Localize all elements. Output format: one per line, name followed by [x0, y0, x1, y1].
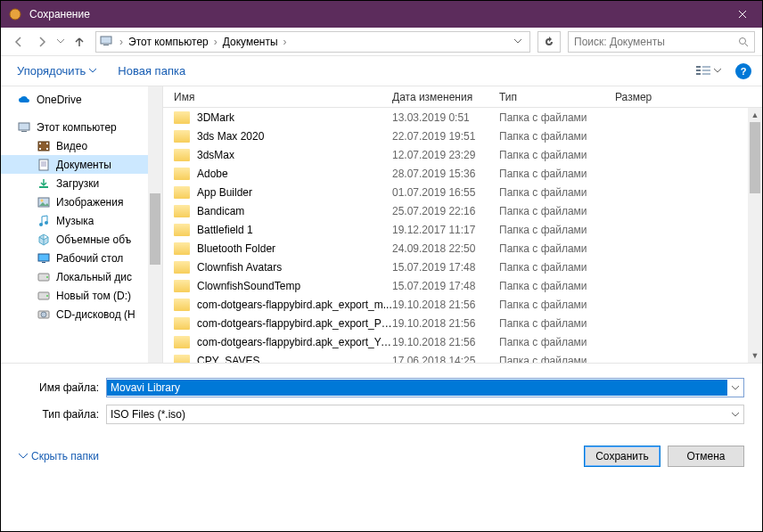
file-list: Имя Дата изменения Тип Размер 3DMark13.0…	[163, 86, 762, 363]
video-icon	[37, 139, 51, 153]
filename-label: Имя файла:	[19, 381, 106, 394]
sidebar: OneDrive Этот компьютер ВидеоДокументыЗа…	[1, 86, 163, 363]
chevron-right-icon: ›	[282, 36, 289, 48]
svg-point-20	[41, 199, 44, 201]
file-row[interactable]: Battlefield 119.12.2017 11:17Папка с фай…	[163, 220, 762, 239]
sidebar-item-9[interactable]: CD-дисковод (H	[1, 305, 162, 323]
sidebar-item-1[interactable]: Документы	[1, 155, 162, 174]
crumb-documents[interactable]: Документы	[219, 34, 282, 50]
view-button[interactable]	[693, 61, 725, 81]
search-input[interactable]: Поиск: Документы	[568, 31, 755, 53]
breadcrumb[interactable]: › Этот компьютер › Документы ›	[95, 31, 530, 53]
scroll-down-icon[interactable]: ▼	[748, 348, 762, 363]
svg-rect-1	[101, 37, 111, 44]
app-icon	[8, 7, 22, 21]
file-row[interactable]: Adobe28.07.2019 15:36Папка с файлами	[163, 164, 762, 183]
window-title: Сохранение	[29, 8, 722, 20]
sidebar-item-6[interactable]: Рабочий стол	[1, 249, 162, 267]
svg-rect-6	[696, 73, 701, 75]
col-name[interactable]: Имя	[174, 91, 392, 103]
cloud-icon	[17, 93, 31, 107]
svg-point-21	[39, 223, 43, 226]
svg-rect-17	[39, 160, 48, 170]
sidebar-scrollbar[interactable]	[148, 86, 162, 363]
folder-icon	[174, 130, 190, 143]
refresh-button[interactable]	[537, 31, 561, 53]
file-row[interactable]: ClownfishSoundTemp15.07.2019 17:48Папка …	[163, 276, 762, 295]
sidebar-item-3[interactable]: Изображения	[1, 192, 162, 211]
svg-point-30	[41, 312, 46, 317]
file-row[interactable]: 3ds Max 202022.07.2019 19:51Папка с файл…	[163, 127, 762, 145]
svg-rect-5	[696, 70, 701, 71]
disk-icon	[37, 270, 51, 284]
filetype-dropdown[interactable]	[727, 413, 743, 417]
form-area: Имя файла: Movavi Library Тип файла: ISO…	[1, 363, 762, 440]
svg-rect-4	[696, 66, 701, 68]
svg-point-3	[740, 37, 746, 44]
col-type[interactable]: Тип	[499, 91, 615, 103]
file-row[interactable]: Bluetooth Folder24.09.2018 22:50Папка с …	[163, 239, 762, 258]
chevron-down-icon	[714, 69, 721, 73]
svg-rect-23	[38, 254, 49, 261]
scroll-up-icon[interactable]: ▲	[748, 108, 762, 122]
svg-point-28	[46, 295, 48, 297]
sidebar-thispc[interactable]: Этот компьютер	[1, 118, 162, 136]
filetype-label: Тип файла:	[19, 408, 106, 421]
svg-point-0	[10, 9, 21, 20]
folder-icon	[174, 224, 190, 236]
sidebar-item-2[interactable]: Загрузки	[1, 174, 162, 192]
sidebar-item-7[interactable]: Локальный дис	[1, 267, 162, 286]
titlebar: Сохранение	[1, 1, 762, 28]
up-button[interactable]	[69, 31, 90, 53]
svg-rect-15	[46, 143, 48, 144]
close-button[interactable]	[722, 1, 762, 28]
folder-icon	[174, 149, 190, 161]
file-row[interactable]: Bandicam25.07.2019 22:16Папка с файлами	[163, 201, 762, 220]
folder-icon	[174, 317, 190, 330]
breadcrumb-dropdown[interactable]	[510, 39, 526, 44]
doc-icon	[37, 158, 51, 172]
search-placeholder: Поиск: Документы	[574, 36, 738, 48]
svg-point-26	[46, 276, 48, 278]
sidebar-item-8[interactable]: Новый том (D:)	[1, 286, 162, 305]
col-size[interactable]: Размер	[615, 91, 677, 103]
file-row[interactable]: com-dotgears-flappybird.apk_export_m...1…	[163, 295, 762, 314]
cancel-button[interactable]: Отмена	[668, 446, 744, 467]
folder-icon	[174, 242, 190, 255]
folder-icon	[174, 336, 190, 348]
sidebar-item-0[interactable]: Видео	[1, 136, 162, 155]
file-row[interactable]: App Builder01.07.2019 16:55Папка с файла…	[163, 183, 762, 201]
back-button[interactable]	[8, 31, 29, 53]
folder-icon	[174, 168, 190, 180]
view-icon	[696, 65, 712, 78]
file-row[interactable]: 3DMark13.03.2019 0:51Папка с файлами	[163, 108, 762, 127]
bottom-bar: Скрыть папки Сохранить Отмена	[1, 440, 762, 479]
forward-button[interactable]	[31, 31, 53, 53]
save-button[interactable]: Сохранить	[584, 446, 660, 467]
newfolder-button[interactable]: Новая папка	[118, 64, 185, 78]
svg-rect-13	[39, 143, 41, 144]
image-icon	[37, 195, 51, 209]
file-row[interactable]: com-dotgears-flappybird.apk_export_Ya...…	[163, 332, 762, 351]
pc-icon	[100, 35, 114, 49]
recent-dropdown[interactable]	[54, 31, 67, 53]
crumb-thispc[interactable]: Этот компьютер	[125, 34, 212, 50]
file-row[interactable]: 3dsMax12.07.2019 23:29Папка с файлами	[163, 145, 762, 164]
file-row[interactable]: Clownfish Avatars15.07.2019 17:48Папка с…	[163, 258, 762, 276]
nav-bar: › Этот компьютер › Документы › Поиск: До…	[1, 28, 762, 56]
organize-button[interactable]: Упорядочить	[12, 61, 102, 81]
help-button[interactable]: ?	[735, 63, 751, 79]
disk-icon	[37, 289, 51, 303]
filename-dropdown[interactable]	[727, 386, 743, 390]
filetype-select[interactable]: ISO Files (*.iso)	[106, 405, 744, 424]
folder-icon	[174, 299, 190, 311]
filelist-scrollbar[interactable]: ▲ ▼	[748, 108, 762, 363]
hide-folders-button[interactable]: Скрыть папки	[19, 450, 99, 462]
col-date[interactable]: Дата изменения	[392, 91, 499, 103]
sidebar-item-5[interactable]: Объемные объ	[1, 230, 162, 249]
sidebar-onedrive[interactable]: OneDrive	[1, 90, 162, 109]
sidebar-item-4[interactable]: Музыка	[1, 211, 162, 230]
file-row[interactable]: com-dotgears-flappybird.apk_export_PK...…	[163, 314, 762, 332]
filename-input[interactable]: Movavi Library	[106, 378, 744, 397]
file-row[interactable]: CPY_SAVES17.06.2018 14:25Папка с файлами	[163, 351, 762, 363]
